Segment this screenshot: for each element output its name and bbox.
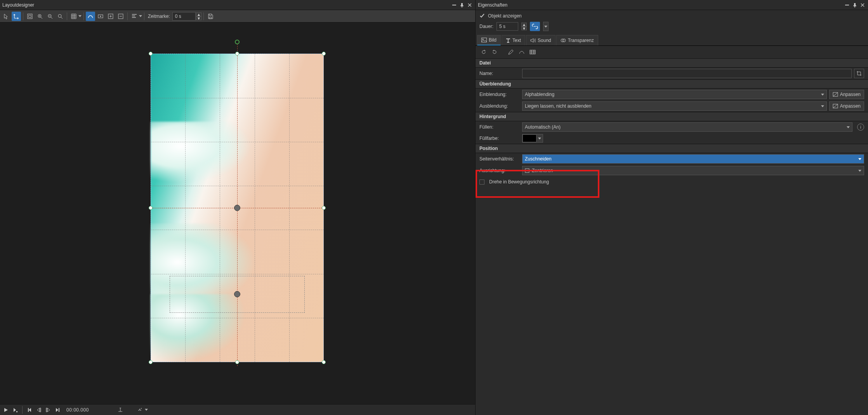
adjust-icon <box>833 92 838 97</box>
close-panel-icon[interactable] <box>467 2 473 8</box>
resize-handle-ml[interactable] <box>149 206 153 210</box>
duration-input[interactable]: 5 s <box>496 22 518 31</box>
info-icon[interactable]: i <box>857 124 864 131</box>
fuellfarbe-row: Füllfarbe: <box>476 133 868 144</box>
adjust-icon <box>833 104 838 108</box>
ausrichtung-dropdown[interactable]: Zentrieren <box>522 166 864 175</box>
duration-row: Dauer: 5 s ▴▾ <box>476 20 868 35</box>
svg-rect-17 <box>530 50 535 54</box>
color-dropdown-icon[interactable] <box>536 134 543 142</box>
seitenverhaeltnis-row: Seitenverhältnis: Zuschneiden <box>476 153 868 165</box>
name-input[interactable] <box>522 69 852 78</box>
drehe-label: Drehe in Bewegungsrichtung <box>489 179 549 185</box>
crop-edit-icon[interactable] <box>854 69 864 78</box>
grid-icon[interactable] <box>69 12 78 21</box>
tab-sound[interactable]: Sound <box>526 35 556 45</box>
svg-point-21 <box>527 170 528 171</box>
drehe-checkbox[interactable] <box>479 180 484 185</box>
tab-text[interactable]: Text <box>502 35 525 45</box>
prev-keyframe-icon[interactable] <box>26 406 33 413</box>
zoom-fit-icon[interactable] <box>25 12 35 21</box>
minimize-panel-icon[interactable] <box>844 2 850 8</box>
zoom-reset-icon[interactable] <box>56 12 65 21</box>
timemark-spinner[interactable]: ▴▾ <box>196 12 201 20</box>
resize-handle-tr[interactable] <box>322 52 326 56</box>
film-icon[interactable] <box>528 48 537 56</box>
svg-rect-0 <box>452 5 456 5</box>
drehe-row[interactable]: Drehe in Bewegungsrichtung <box>476 176 868 187</box>
axis-tool-icon[interactable] <box>12 12 21 21</box>
next-keyframe-icon[interactable] <box>54 406 61 413</box>
duration-spinner[interactable]: ▴▾ <box>521 23 527 30</box>
fuellen-dropdown[interactable]: Automatisch (An) <box>522 122 852 132</box>
text-icon <box>506 38 510 43</box>
curve-icon[interactable] <box>517 48 526 56</box>
ausblendung-dropdown[interactable]: Liegen lassen, nicht ausblenden <box>522 101 827 111</box>
resize-handle-tc[interactable] <box>235 52 239 56</box>
zoom-in-icon[interactable] <box>35 12 45 21</box>
einblendung-row: Einblendung: Alphablending Anpassen <box>476 89 868 100</box>
fuellen-label: Füllen: <box>479 124 520 130</box>
chevron-down-icon[interactable] <box>78 15 82 17</box>
selected-image-object[interactable] <box>151 54 324 362</box>
anpassen-einblendung-button[interactable]: Anpassen <box>829 90 864 99</box>
show-object-label: Objekt anzeigen <box>488 13 522 19</box>
resize-handle-tl[interactable] <box>149 52 153 56</box>
rotate-ccw-icon[interactable] <box>479 48 488 56</box>
tab-bild[interactable]: Bild <box>477 35 501 45</box>
select-tool-icon[interactable] <box>2 12 11 21</box>
keyframe-tool-icon[interactable] <box>96 12 105 21</box>
resize-handle-bc[interactable] <box>235 360 239 364</box>
resize-handle-br[interactable] <box>322 360 326 364</box>
einblendung-dropdown[interactable]: Alphablending <box>522 90 827 99</box>
add-frame-icon[interactable] <box>106 12 115 21</box>
pin-panel-icon[interactable] <box>459 2 465 8</box>
layout-designer-header: Layoutdesigner <box>0 0 475 10</box>
rotate-handle[interactable] <box>235 40 240 44</box>
ausrichtung-label: Ausrichtung: <box>479 168 520 173</box>
step-forward-icon[interactable] <box>45 406 52 413</box>
ausrichtung-row: Ausrichtung: Zentrieren <box>476 165 868 176</box>
properties-tabs: Bild Text Sound Transparenz <box>476 35 868 46</box>
svg-point-5 <box>58 14 61 17</box>
transparency-icon <box>561 38 566 43</box>
effects-icon[interactable] <box>136 406 143 413</box>
step-back-icon[interactable] <box>35 406 42 413</box>
svg-rect-1 <box>28 14 32 19</box>
minimize-panel-icon[interactable] <box>451 2 457 8</box>
show-object-row[interactable]: Objekt anzeigen <box>476 10 868 20</box>
path-tool-icon[interactable] <box>86 12 95 21</box>
play-from-icon[interactable] <box>12 406 19 413</box>
close-panel-icon[interactable] <box>859 2 866 8</box>
play-icon[interactable] <box>2 406 9 413</box>
anpassen-ausblendung-button[interactable]: Anpassen <box>829 101 864 111</box>
ausblendung-row: Ausblendung: Liegen lassen, nicht ausble… <box>476 100 868 112</box>
link-dropdown-icon[interactable] <box>543 22 549 31</box>
chevron-down-icon[interactable] <box>145 409 148 411</box>
seitenverhaeltnis-label: Seitenverhältnis: <box>479 156 520 162</box>
chevron-down-icon[interactable] <box>139 15 142 17</box>
seitenverhaeltnis-dropdown[interactable]: Zuschneiden <box>522 154 864 164</box>
rotate-cw-icon[interactable] <box>490 48 499 56</box>
resize-handle-bl[interactable] <box>149 360 153 364</box>
edit-path-icon[interactable] <box>507 48 515 56</box>
resize-handle-mr[interactable] <box>322 206 326 210</box>
zoom-out-icon[interactable] <box>45 12 55 21</box>
fill-color-swatch[interactable] <box>523 134 536 142</box>
section-ueberblendung: Überblendung <box>476 79 868 89</box>
pin-panel-icon[interactable] <box>852 2 858 8</box>
save-icon[interactable] <box>206 12 215 21</box>
playback-bar: 00:00.000 <box>0 404 475 415</box>
center-align-icon <box>525 168 529 173</box>
align-icon[interactable] <box>130 12 139 21</box>
svg-point-7 <box>100 16 101 17</box>
timecode: 00:00.000 <box>66 407 89 413</box>
remove-frame-icon[interactable] <box>116 12 125 21</box>
timeline-marker-icon[interactable] <box>117 406 124 413</box>
canvas[interactable] <box>0 23 475 404</box>
tab-transparenz[interactable]: Transparenz <box>556 35 598 45</box>
link-duration-icon[interactable] <box>530 22 540 31</box>
image-icon <box>481 38 487 42</box>
properties-header: Eigenschaften <box>476 0 868 10</box>
timemark-field[interactable]: 0 s <box>172 12 196 21</box>
